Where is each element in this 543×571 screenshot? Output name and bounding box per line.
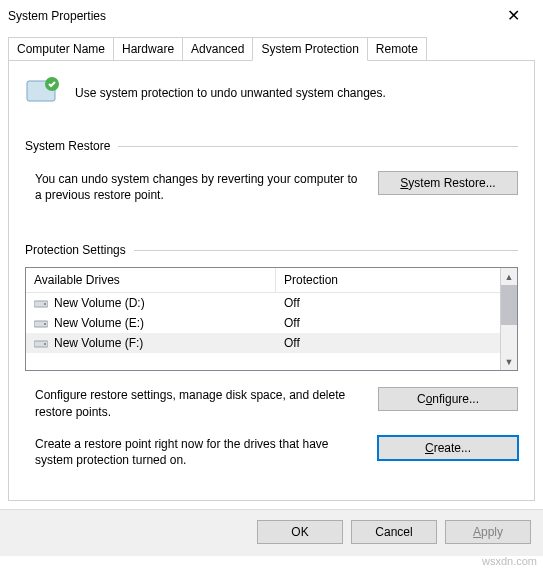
- dialog-body: Computer Name Hardware Advanced System P…: [0, 31, 543, 509]
- table-row[interactable]: New Volume (F:)Off: [26, 333, 500, 353]
- drive-name: New Volume (F:): [54, 336, 143, 350]
- drive-icon: [34, 298, 48, 308]
- svg-point-5: [44, 323, 46, 325]
- drives-header: Available Drives Protection: [26, 268, 500, 293]
- create-row: Create a restore point right now for the…: [25, 436, 518, 468]
- tab-system-protection[interactable]: System Protection: [252, 37, 367, 61]
- drives-listbox[interactable]: Available Drives Protection New Volume (…: [25, 267, 518, 371]
- drive-name: New Volume (E:): [54, 316, 144, 330]
- group-system-restore: System Restore: [25, 139, 518, 153]
- tab-remote[interactable]: Remote: [367, 37, 427, 60]
- system-restore-row: You can undo system changes by reverting…: [25, 171, 518, 203]
- drive-protection: Off: [276, 296, 500, 310]
- svg-point-7: [44, 343, 46, 345]
- scroll-track[interactable]: [501, 325, 517, 353]
- table-row[interactable]: New Volume (D:)Off: [26, 293, 500, 313]
- svg-point-3: [44, 303, 46, 305]
- drive-protection: Off: [276, 336, 500, 350]
- drive-icon: [34, 318, 48, 328]
- close-icon[interactable]: ✕: [493, 6, 533, 25]
- ok-button[interactable]: OK: [257, 520, 343, 544]
- scroll-up-icon[interactable]: ▲: [501, 268, 517, 285]
- group-protection-settings: Protection Settings: [25, 243, 518, 257]
- scroll-down-icon[interactable]: ▼: [501, 353, 517, 370]
- header-row: Use system protection to undo unwanted s…: [25, 75, 518, 111]
- drive-name: New Volume (D:): [54, 296, 145, 310]
- system-restore-button[interactable]: System Restore...: [378, 171, 518, 195]
- col-header-protection[interactable]: Protection: [276, 268, 500, 292]
- dialog-buttons: OK Cancel Apply: [0, 509, 543, 556]
- drive-icon: [34, 338, 48, 348]
- tabpanel-system-protection: Use system protection to undo unwanted s…: [8, 60, 535, 501]
- table-row[interactable]: New Volume (E:)Off: [26, 313, 500, 333]
- tab-hardware[interactable]: Hardware: [113, 37, 183, 60]
- col-header-drives[interactable]: Available Drives: [26, 268, 276, 292]
- shield-icon: [25, 75, 61, 111]
- scroll-thumb[interactable]: [501, 285, 517, 325]
- apply-button[interactable]: Apply: [445, 520, 531, 544]
- window-title: System Properties: [8, 9, 106, 23]
- group-label-text: Protection Settings: [25, 243, 126, 257]
- create-desc: Create a restore point right now for the…: [25, 436, 364, 468]
- create-button[interactable]: Create...: [378, 436, 518, 460]
- system-restore-desc: You can undo system changes by reverting…: [25, 171, 364, 203]
- scrollbar[interactable]: ▲ ▼: [500, 268, 517, 370]
- watermark: wsxdn.com: [482, 555, 537, 567]
- configure-desc: Configure restore settings, manage disk …: [25, 387, 364, 419]
- group-label-text: System Restore: [25, 139, 110, 153]
- tab-computer-name[interactable]: Computer Name: [8, 37, 114, 60]
- titlebar: System Properties ✕: [0, 0, 543, 31]
- drives-list: Available Drives Protection New Volume (…: [26, 268, 500, 370]
- configure-button[interactable]: Configure...: [378, 387, 518, 411]
- drive-protection: Off: [276, 316, 500, 330]
- tab-advanced[interactable]: Advanced: [182, 37, 253, 60]
- header-text: Use system protection to undo unwanted s…: [75, 86, 386, 100]
- configure-row: Configure restore settings, manage disk …: [25, 387, 518, 419]
- cancel-button[interactable]: Cancel: [351, 520, 437, 544]
- tabstrip: Computer Name Hardware Advanced System P…: [8, 37, 535, 60]
